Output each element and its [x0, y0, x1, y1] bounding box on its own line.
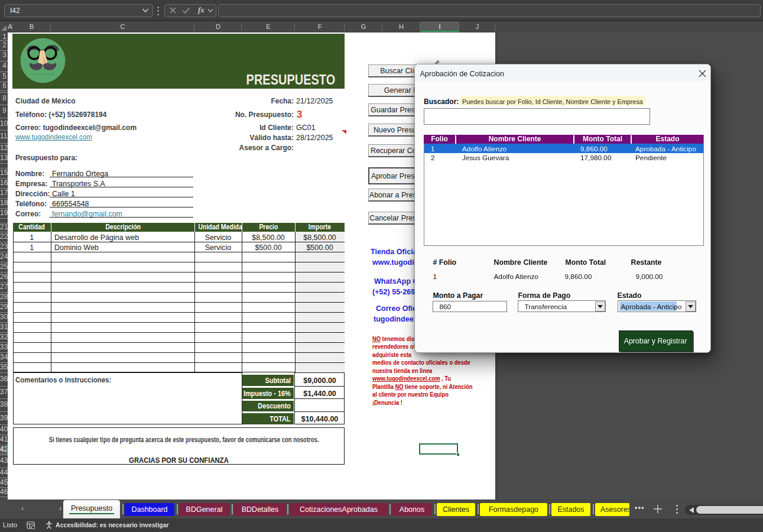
svg-text:TU DOSIS DE EXCEL: TU DOSIS DE EXCEL [31, 73, 56, 76]
